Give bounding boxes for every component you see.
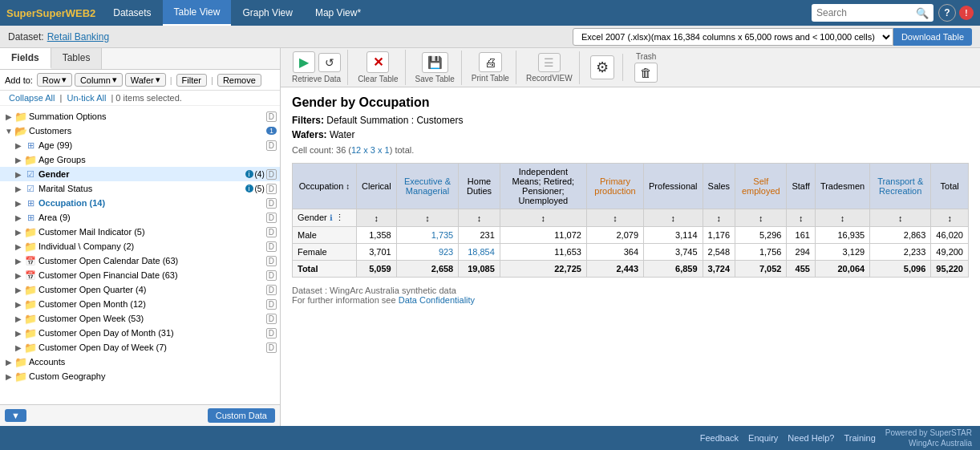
enquiry-link[interactable]: Enquiry (748, 433, 778, 443)
gender-subheader[interactable]: Gender ℹ ⋮ (293, 209, 357, 227)
clear-table-button[interactable]: ✕ (366, 51, 389, 73)
cell-female-primary: 364 (586, 244, 643, 261)
powered-by: Powered by SuperSTAR WingArc Australia (885, 428, 972, 448)
nav-table-view[interactable]: Table View (163, 0, 232, 26)
sort-primary[interactable]: ↕ (586, 209, 643, 227)
label-mail: Customer Mail Indicator (5) (38, 227, 265, 237)
cell-male-home: 231 (459, 227, 500, 244)
sort-home[interactable]: ↕ (459, 209, 500, 227)
badge-marital-info: i (245, 184, 253, 193)
tree-item-customers[interactable]: ▼ 📂 Customers 1 (0, 124, 280, 138)
tree-item-open-day-week[interactable]: ▶ 📁 Customer Open Day of Week (7) D (0, 340, 280, 355)
settings-button[interactable]: ⚙ (590, 55, 614, 79)
cell-female-sales: 2,548 (703, 244, 735, 261)
toggle-open-day-week: ▶ (13, 343, 24, 352)
nav-datasets[interactable]: Datasets (102, 0, 162, 26)
data-confidentiality-link[interactable]: Data Confidentiality (399, 295, 475, 305)
sort-transport[interactable]: ↕ (870, 209, 931, 227)
training-link[interactable]: Training (844, 433, 875, 443)
wafer-dropdown[interactable]: Wafer▾ (125, 73, 166, 87)
tree-item-age-groups[interactable]: ▶ 📁 Age Groups (0, 152, 280, 167)
folder-icon-age-groups: 📁 (24, 154, 37, 165)
retrieve-refresh-button[interactable]: ↺ (318, 53, 341, 72)
folder-icon-open-quarter: 📁 (24, 284, 37, 295)
filter-button[interactable]: Filter (176, 74, 207, 87)
tab-fields[interactable]: Fields (0, 48, 51, 69)
remove-button[interactable]: Remove (217, 74, 261, 87)
gender-filter-icon[interactable]: ℹ (330, 213, 333, 222)
sort-independent[interactable]: ↕ (500, 209, 586, 227)
toggle-area: ▶ (13, 213, 24, 222)
tree-item-area[interactable]: ▶ ⊞ Area (9) D (0, 210, 280, 225)
expand-summation: D (266, 111, 277, 122)
tree-item-summation[interactable]: ▶ 📁 Summation Options D (0, 109, 280, 124)
dataset-name[interactable]: Retail Banking (47, 31, 109, 43)
wafers-label: Wafers: (292, 129, 327, 140)
label-open-financial: Customer Open Financial Date (63) (38, 270, 265, 280)
row-dropdown[interactable]: Row▾ (37, 73, 72, 87)
tree-item-custom-geo[interactable]: ▶ 📁 Custom Geography (0, 369, 280, 383)
col-primary: Primary production (586, 164, 643, 209)
tree-item-open-month[interactable]: ▶ 📁 Customer Open Month (12) D (0, 297, 280, 311)
trash-button[interactable]: 🗑 (634, 63, 658, 83)
sort-clerical[interactable]: ↕ (357, 209, 397, 227)
sort-sales[interactable]: ↕ (703, 209, 735, 227)
tree-item-open-financial[interactable]: ▶ 📅 Customer Open Financial Date (63) D (0, 268, 280, 282)
sort-professional[interactable]: ↕ (644, 209, 703, 227)
toggle-open-week: ▶ (13, 314, 24, 323)
expand-marital: D (266, 184, 277, 194)
tab-tables[interactable]: Tables (51, 48, 103, 69)
tree-item-open-calendar[interactable]: ▶ 📅 Customer Open Calendar Date (63) D (0, 253, 280, 268)
label-summation: Summation Options (29, 111, 265, 121)
sort-occupation[interactable]: ↕ (346, 182, 350, 191)
field-icon-marital: ☑ (24, 183, 37, 194)
col-occupation[interactable]: Occupation ↕ (293, 164, 357, 209)
save-table-button[interactable]: 💾 (422, 52, 448, 73)
tree-item-marital[interactable]: ▶ ☑ Marital Status i (5) D (0, 181, 280, 196)
tree-item-ind-company[interactable]: ▶ 📁 Individual \ Company (2) D (0, 239, 280, 253)
tree-item-mail[interactable]: ▶ 📁 Customer Mail Indicator (5) D (0, 225, 280, 239)
expand-open-day-month: D (266, 328, 277, 339)
column-dropdown[interactable]: Column▾ (75, 73, 123, 87)
sort-tradesmen[interactable]: ↕ (815, 209, 869, 227)
download-table-button[interactable]: Download Table (893, 28, 972, 46)
need-help-link[interactable]: Need Help? (788, 433, 834, 443)
cell-total-primary: 2,443 (586, 261, 643, 278)
expand-open-week: D (266, 314, 277, 324)
custom-data-button[interactable]: Custom Data (208, 408, 275, 423)
retrieve-play-button[interactable]: ▶ (293, 51, 315, 73)
tree-item-open-quarter[interactable]: ▶ 📁 Customer Open Quarter (4) D (0, 282, 280, 297)
recordview-button[interactable]: ☰ (538, 53, 561, 72)
tree-item-open-week[interactable]: ▶ 📁 Customer Open Week (53) D (0, 311, 280, 326)
tree-item-gender[interactable]: ▶ ☑ Gender i (4) D (0, 167, 280, 181)
sort-total[interactable]: ↕ (931, 209, 969, 227)
format-select[interactable]: Excel 2007 (.xlsx)(max 16,384 columns x … (573, 28, 893, 46)
sort-staff[interactable]: ↕ (787, 209, 815, 227)
untick-all-link[interactable]: Un-tick All (67, 93, 106, 103)
help-button[interactable]: ? (938, 4, 956, 22)
feedback-link[interactable]: Feedback (700, 433, 739, 443)
tree-item-occupation[interactable]: ▶ ⊞ Occupation (14) D (0, 196, 280, 210)
folder-open-icon: 📂 (14, 125, 27, 136)
tree-item-age[interactable]: ▶ ⊞ Age (99) D (0, 138, 280, 152)
cell-male-transport: 2,863 (870, 227, 931, 244)
alert-icon[interactable]: ! (959, 6, 974, 20)
field-icon-age: ⊞ (24, 140, 37, 151)
tree-item-accounts[interactable]: ▶ 📁 Accounts (0, 355, 280, 369)
table-title: Gender by Occupation (292, 95, 969, 110)
nav-graph-view[interactable]: Graph View (231, 0, 303, 26)
gender-menu-icon[interactable]: ⋮ (335, 213, 344, 222)
label-gender: Gender (38, 169, 244, 179)
sort-executive[interactable]: ↕ (396, 209, 459, 227)
filter-mini-button[interactable]: ▼ (5, 409, 26, 422)
cell-total-executive: 2,658 (396, 261, 459, 278)
sort-self-employed[interactable]: ↕ (735, 209, 787, 227)
cell-count-link[interactable]: 12 x 3 x 1 (351, 145, 390, 155)
dataset-label: Dataset: (8, 31, 44, 43)
collapse-all-link[interactable]: Collapse All (9, 93, 55, 103)
search-input[interactable] (816, 7, 913, 18)
nav-map-view[interactable]: Map View* (304, 0, 372, 26)
tree-item-open-day-month[interactable]: ▶ 📁 Customer Open Day of Month (31) D (0, 326, 280, 340)
print-table-button[interactable]: 🖨 (479, 52, 502, 72)
table-row: Total 5,059 2,658 19,085 22,725 2,443 6,… (293, 261, 969, 278)
